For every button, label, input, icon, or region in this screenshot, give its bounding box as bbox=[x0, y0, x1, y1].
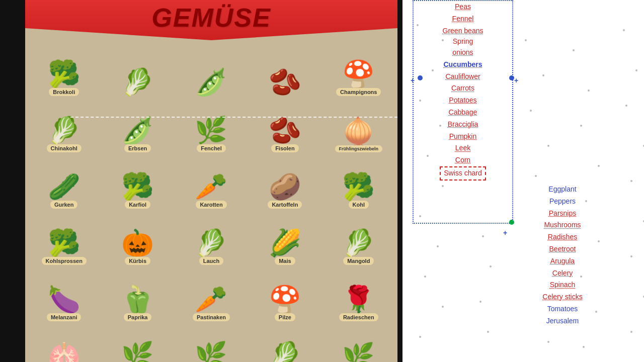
kohl-label: Kohl bbox=[349, 201, 369, 209]
veg-grid: 🥦 Brokkoli 🥬 🫛 🫘 🍄 Champignons 🥬 Chinako… bbox=[28, 43, 395, 362]
fenchel-label: Fenchel bbox=[197, 144, 226, 152]
green-marker bbox=[509, 220, 514, 225]
veg-cell-fisolen-img: 🫘 bbox=[249, 43, 321, 98]
fruehlingszwiebeln-label: Frühlingszwiebeln bbox=[335, 145, 383, 152]
lauch-icon: 🥬 bbox=[195, 230, 227, 256]
radishes-item: Radishes bbox=[517, 231, 608, 243]
lauch-label: Lauch bbox=[199, 257, 223, 265]
right-panel: .d{fill:#ccc;} // dots generated inline … bbox=[403, 0, 644, 362]
veg-cell-pilze: 🍄 Pilze bbox=[249, 268, 321, 323]
title-banner: GEMÜSE bbox=[25, 0, 397, 40]
kuerbis-icon: 🎃 bbox=[121, 230, 154, 256]
rote-rueben-icon: 🫁 bbox=[48, 342, 80, 362]
veg-cell-kuerbis: 🎃 Kürbis bbox=[101, 212, 174, 267]
veg-cell-paprika: 🫑 Paprika bbox=[101, 268, 174, 323]
plus-marker-left: + bbox=[411, 76, 415, 84]
blue-marker-left bbox=[418, 75, 423, 80]
stangensellerie-icon: 🌿 bbox=[342, 343, 375, 362]
fisolen-img-icon: 🫘 bbox=[269, 69, 301, 95]
peas-item: Peas bbox=[415, 1, 511, 13]
image-area: GEMÜSE 🥦 Brokkoli 🥬 🫛 🫘 🍄 Champignons 🥬 … bbox=[25, 0, 397, 362]
paprika-icon: 🫑 bbox=[121, 286, 154, 312]
kohlsprossen-icon: 🥦 bbox=[48, 230, 80, 256]
celery-sticks-item: Celery sticks bbox=[517, 291, 608, 303]
fenchel-icon: 🌿 bbox=[195, 117, 227, 143]
chinakohl-icon: 🥬 bbox=[48, 117, 80, 143]
mushrooms-item: Mushrooms bbox=[517, 219, 608, 231]
erbsen-icon: 🫛 bbox=[121, 117, 154, 143]
spinach-item: Spinach bbox=[517, 279, 608, 291]
fennel-item: Fennel bbox=[415, 13, 511, 25]
tomatoes-item: Tomatoes bbox=[517, 303, 608, 315]
potatoes-item: Potatoes bbox=[415, 95, 511, 107]
celery-item: Celery bbox=[517, 267, 608, 280]
veg-cell-fisolen: 🫘 Fisolen bbox=[249, 99, 321, 154]
peppers-item: Peppers bbox=[517, 196, 608, 208]
veg-cell-lauch: 🥬 Lauch bbox=[175, 212, 248, 267]
arugula-item: Arugula bbox=[517, 255, 608, 267]
veg-cell-brokkoli: 🥦 Brokkoli bbox=[28, 43, 100, 98]
kohlsprossen-label: Kohlsprossen bbox=[42, 257, 87, 265]
fisolen-label: Fisolen bbox=[271, 144, 299, 152]
cucumbers-item: Cucumbers bbox=[415, 59, 511, 71]
veg-cell-spinat: 🥬 Spinat bbox=[249, 324, 321, 362]
kuerbis-label: Kürbis bbox=[125, 257, 150, 265]
left-bar bbox=[0, 0, 25, 362]
brokkoli-icon: 🥦 bbox=[48, 61, 80, 87]
carrots-item: Carrots bbox=[415, 82, 511, 95]
pastinaken-icon: 🥕 bbox=[195, 286, 227, 312]
main-title: GEMÜSE bbox=[151, 3, 271, 33]
beetroot-item: Beetroot bbox=[517, 243, 608, 255]
gurken-label: Gurken bbox=[50, 201, 78, 209]
brokkoli-label: Brokkoli bbox=[49, 88, 79, 96]
champignons-icon: 🍄 bbox=[342, 61, 375, 87]
karotten-icon: 🥕 bbox=[195, 173, 227, 200]
veg-cell-kohlsprossen: 🥦 Kohlsprossen bbox=[28, 212, 100, 267]
bracciglia-item: Bracciglia bbox=[415, 119, 511, 131]
veg-cell-kohl: 🥦 Kohl bbox=[323, 155, 395, 211]
kohl-icon: 🥦 bbox=[342, 173, 375, 200]
veg-list-left: Peas Fennel Green beans Spring onions Cu… bbox=[415, 1, 511, 180]
kartoffeln-label: Kartoffeln bbox=[268, 201, 302, 209]
eggplant-item: Eggplant bbox=[517, 184, 608, 196]
cauliflower-item: Cauliflower bbox=[415, 71, 511, 83]
pumpkin-item: Pumpkin bbox=[415, 131, 511, 143]
dashed-annotation-line bbox=[70, 117, 397, 118]
veg-cell-mais: 🌽 Mais bbox=[249, 212, 321, 267]
veg-cell-chinakohl: 🥬 Chinakohl bbox=[28, 99, 100, 154]
veg-cell-stangensellerie: 🌿 Stangensellerie bbox=[323, 324, 395, 362]
paprika-label: Paprika bbox=[124, 313, 152, 321]
leek-item: Leek bbox=[415, 142, 511, 154]
kartoffeln-icon: 🥔 bbox=[269, 173, 301, 200]
veg-cell-champignons: 🍄 Champignons bbox=[323, 43, 395, 98]
veg-cell-sellerie: 🌿 Sellerie bbox=[175, 324, 248, 362]
chinakohl-label: Chinakohl bbox=[47, 144, 82, 152]
veg-cell-karotten: 🥕 Karotten bbox=[175, 155, 248, 211]
veg-cell-radieschen: 🌹 Radieschen bbox=[323, 268, 395, 323]
fruehlingszwiebeln-icon: 🧅 bbox=[342, 118, 375, 144]
veg-cell-fruehlingszwiebeln: 🧅 Frühlingszwiebeln bbox=[323, 99, 395, 154]
plus-marker-bottom: + bbox=[503, 229, 507, 237]
pilze-icon: 🍄 bbox=[269, 286, 301, 312]
mangold-label: Mangold bbox=[343, 257, 374, 265]
veg-cell-melanzani: 🍆 Melanzani bbox=[28, 268, 100, 323]
veg-cell-erbsen: 🫛 Erbsen bbox=[101, 99, 174, 154]
pilze-label: Pilze bbox=[275, 313, 295, 321]
karfiol-label: Karfiol bbox=[125, 201, 150, 209]
veg-cell-kartoffeln: 🥔 Kartoffeln bbox=[249, 155, 321, 211]
veg-cell-erbsen-img: 🫛 bbox=[175, 43, 248, 98]
right-bar bbox=[397, 0, 403, 362]
karfiol-icon: 🥦 bbox=[121, 173, 154, 200]
melanzani-icon: 🍆 bbox=[48, 286, 80, 312]
gurken-icon: 🥒 bbox=[48, 173, 80, 200]
radieschen-icon: 🌹 bbox=[342, 286, 375, 312]
jerusalem-item: Jerusalem bbox=[517, 315, 608, 327]
sellerie-icon: 🌿 bbox=[195, 342, 227, 362]
radieschen-label: Radieschen bbox=[339, 313, 378, 321]
rucola-icon: 🌿 bbox=[121, 342, 154, 362]
veg-cell-fenchel: 🌿 Fenchel bbox=[175, 99, 248, 154]
veg-cell-pastinaken: 🥕 Pastinaken bbox=[175, 268, 248, 323]
corn-item: Corn bbox=[415, 154, 511, 166]
fisolen-icon: 🫘 bbox=[269, 117, 301, 143]
parsnips-item: Parsnips bbox=[517, 208, 608, 220]
